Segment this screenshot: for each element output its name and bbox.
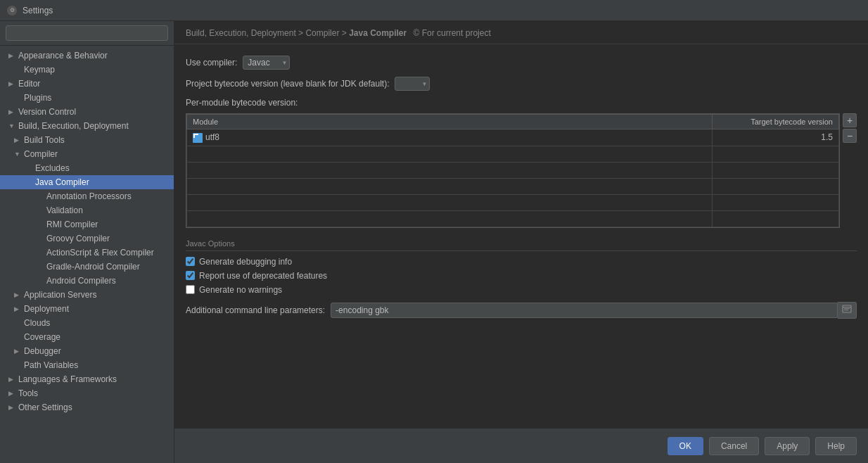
target-version-cell: 1.5 — [713, 129, 839, 146]
sidebar-item-languages-frameworks[interactable]: ▶Languages & Frameworks — [0, 372, 174, 386]
sidebar-label-keymap: Keymap — [24, 65, 55, 75]
cmd-params-input[interactable] — [331, 303, 838, 318]
remove-row-button[interactable]: − — [843, 129, 857, 143]
sidebar-item-java-compiler[interactable]: Java Compiler — [0, 175, 174, 189]
sidebar-arrow-build-execution-deployment: ▼ — [8, 122, 17, 129]
sidebar-item-version-control[interactable]: ▶Version Control — [0, 105, 174, 119]
sidebar-arrow-compiler: ▼ — [14, 151, 23, 158]
sidebar-label-rmi-compiler: RMI Compiler — [46, 220, 98, 229]
javac-options-section: Javac Options Generate debugging infoRep… — [186, 239, 857, 319]
sidebar-label-clouds: Clouds — [24, 318, 50, 328]
table-empty-row — [187, 146, 839, 162]
javac-options-title: Javac Options — [186, 239, 857, 251]
sidebar-item-debugger[interactable]: ▶Debugger — [0, 344, 174, 358]
sidebar-item-deployment[interactable]: ▶Deployment — [0, 302, 174, 316]
sidebar-label-coverage: Coverage — [24, 332, 60, 342]
project-bytecode-row: Project bytecode version (leave blank fo… — [186, 77, 857, 91]
sidebar-label-groovy-compiler: Groovy Compiler — [46, 234, 110, 243]
svg-rect-2 — [844, 308, 850, 309]
checkbox-generate-no-warnings[interactable] — [186, 285, 195, 294]
table-row: utf81.5 — [187, 129, 839, 146]
checkbox-report-deprecated[interactable] — [186, 271, 195, 280]
checkbox-row-generate-debug: Generate debugging info — [186, 257, 857, 267]
svg-rect-3 — [844, 310, 848, 310]
sidebar-label-other-settings: Other Settings — [18, 402, 72, 412]
cmd-params-browse-button[interactable] — [838, 302, 857, 319]
sidebar-item-tools[interactable]: ▶Tools — [0, 386, 174, 400]
sidebar-item-validation[interactable]: Validation — [0, 203, 174, 217]
sidebar-arrow-version-control: ▶ — [8, 108, 17, 115]
help-button[interactable]: Help — [815, 437, 857, 455]
sidebar-label-plugins: Plugins — [24, 93, 51, 103]
sidebar-arrow-build-tools: ▶ — [14, 137, 23, 144]
sidebar-label-validation: Validation — [46, 205, 83, 215]
checkbox-generate-debug[interactable] — [186, 257, 195, 266]
breadcrumb-current: Java Compiler — [349, 28, 407, 38]
bytecode-version-wrapper — [395, 77, 430, 91]
sidebar-item-coverage[interactable]: Coverage — [0, 330, 174, 344]
table-container: Module Target bytecode version utf81.5 +… — [186, 113, 857, 228]
settings-icon: ⚙ — [7, 6, 17, 15]
checkbox-label-report-deprecated: Report use of deprecated features — [199, 271, 327, 281]
sidebar-item-annotation-processors[interactable]: Annotation Processors — [0, 189, 174, 203]
sidebar-label-debugger: Debugger — [24, 346, 61, 356]
sidebar-arrow-deployment: ▶ — [14, 305, 23, 312]
breadcrumb-note: © For current project — [414, 28, 491, 38]
per-module-label: Per-module bytecode version: — [186, 98, 857, 108]
table-empty-row — [187, 194, 839, 210]
sidebar-label-application-servers: Application Servers — [24, 290, 96, 300]
sidebar-label-path-variables: Path Variables — [24, 360, 78, 370]
sidebar-label-android-compilers: Android Compilers — [46, 276, 116, 286]
sidebar-arrow-tools: ▶ — [8, 390, 17, 397]
sidebar-arrow-appearance-behavior: ▶ — [8, 52, 17, 59]
sidebar-item-actionscript-flex-compiler[interactable]: ActionScript & Flex Compiler — [0, 246, 174, 260]
cancel-button[interactable]: Cancel — [709, 437, 759, 455]
compiler-select-wrapper: JavacEclipseAjc — [243, 56, 290, 70]
content-area: Build, Execution, Deployment > Compiler … — [174, 21, 868, 463]
sidebar-item-plugins[interactable]: Plugins — [0, 91, 174, 105]
sidebar-label-java-compiler: Java Compiler — [35, 177, 89, 187]
sidebar-item-other-settings[interactable]: ▶Other Settings — [0, 400, 174, 414]
col-target: Target bytecode version — [713, 115, 839, 129]
table-empty-row — [187, 210, 839, 227]
project-bytecode-label: Project bytecode version (leave blank fo… — [186, 79, 389, 89]
sidebar-item-application-servers[interactable]: ▶Application Servers — [0, 288, 174, 302]
sidebar-item-clouds[interactable]: Clouds — [0, 316, 174, 330]
checkbox-label-generate-debug: Generate debugging info — [199, 257, 292, 267]
breadcrumb: Build, Execution, Deployment > Compiler … — [174, 21, 868, 44]
sidebar-item-build-tools[interactable]: ▶Build Tools — [0, 133, 174, 147]
sidebar-item-compiler[interactable]: ▼Compiler — [0, 147, 174, 161]
search-input[interactable] — [6, 25, 168, 41]
table-empty-row — [187, 162, 839, 178]
sidebar-label-compiler: Compiler — [24, 149, 58, 159]
cmd-params-label: Additional command line parameters: — [186, 305, 325, 315]
sidebar-arrow-languages-frameworks: ▶ — [8, 376, 17, 383]
bottom-bar: OK Cancel Apply Help — [174, 428, 868, 463]
sidebar-item-rmi-compiler[interactable]: RMI Compiler — [0, 217, 174, 231]
sidebar-item-gradle-android-compiler[interactable]: Gradle-Android Compiler — [0, 260, 174, 274]
module-cell: utf8 — [187, 129, 713, 146]
module-icon — [193, 133, 203, 143]
sidebar-item-excludes[interactable]: Excludes — [0, 161, 174, 175]
sidebar-item-build-execution-deployment[interactable]: ▼Build, Execution, Deployment — [0, 119, 174, 133]
checkboxes-container: Generate debugging infoReport use of dep… — [186, 257, 857, 295]
ok-button[interactable]: OK — [668, 437, 703, 455]
sidebar-label-build-tools: Build Tools — [24, 135, 65, 145]
sidebar-label-build-execution-deployment: Build, Execution, Deployment — [18, 121, 129, 131]
breadcrumb-path: Build, Execution, Deployment > Compiler … — [186, 28, 407, 38]
apply-button[interactable]: Apply — [765, 437, 810, 455]
use-compiler-row: Use compiler: JavacEclipseAjc — [186, 56, 857, 70]
sidebar-item-groovy-compiler[interactable]: Groovy Compiler — [0, 231, 174, 246]
search-box — [0, 21, 174, 46]
sidebar-item-editor[interactable]: ▶Editor — [0, 77, 174, 91]
sidebar-item-path-variables[interactable]: Path Variables — [0, 358, 174, 372]
sidebar-item-appearance-behavior[interactable]: ▶Appearance & Behavior — [0, 49, 174, 63]
compiler-select[interactable]: JavacEclipseAjc — [243, 56, 290, 70]
sidebar-item-android-compilers[interactable]: Android Compilers — [0, 274, 174, 288]
add-row-button[interactable]: + — [843, 113, 857, 127]
sidebar-item-keymap[interactable]: Keymap — [0, 63, 174, 77]
sidebar-label-deployment: Deployment — [24, 304, 69, 314]
cmd-params-row: Additional command line parameters: — [186, 302, 857, 319]
table-side-buttons: + − — [843, 113, 857, 228]
bytecode-version-select[interactable] — [395, 77, 430, 91]
